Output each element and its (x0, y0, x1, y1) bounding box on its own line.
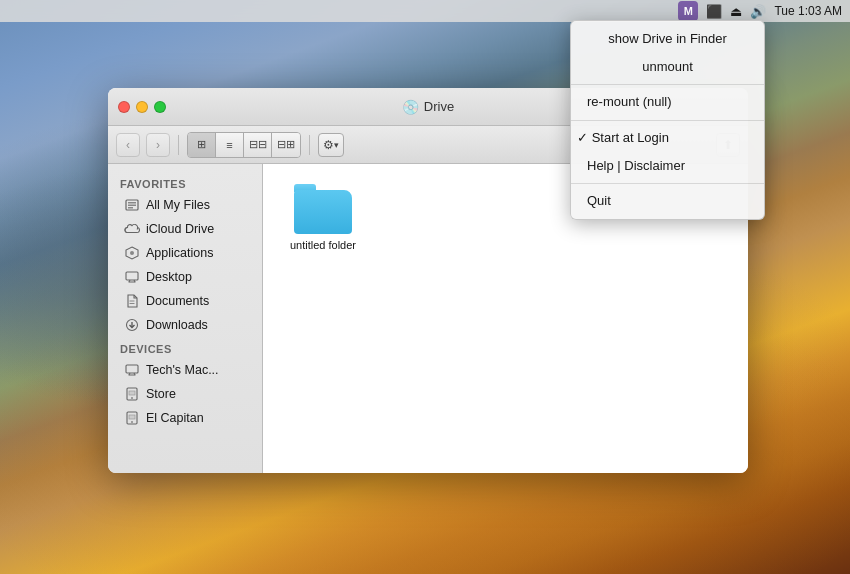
column-view-button[interactable]: ⊟⊟ (244, 133, 272, 157)
sidebar-item-desktop[interactable]: Desktop (112, 265, 258, 289)
documents-label: Documents (146, 294, 209, 308)
traffic-lights (118, 101, 166, 113)
view-options-button[interactable]: ⚙ ▾ (318, 133, 344, 157)
downloads-label: Downloads (146, 318, 208, 332)
svg-rect-1 (128, 202, 136, 204)
folder-label: untitled folder (290, 239, 356, 252)
folder-icon (294, 184, 352, 234)
finder-sidebar: Favorites All My Files iCloud Drive Appl… (108, 164, 263, 473)
separator-2 (571, 120, 764, 121)
forward-button[interactable]: › (146, 133, 170, 157)
chevron-down-icon: ▾ (334, 140, 339, 150)
svg-rect-21 (129, 415, 135, 419)
maximize-button[interactable] (154, 101, 166, 113)
sidebar-item-documents[interactable]: Documents (112, 289, 258, 313)
svg-point-22 (131, 421, 133, 423)
sidebar-item-all-my-files[interactable]: All My Files (112, 193, 258, 217)
back-button[interactable]: ‹ (116, 133, 140, 157)
toolbar-sep-2 (309, 135, 310, 155)
sidebar-item-store[interactable]: Store (112, 382, 258, 406)
untitled-folder-item[interactable]: untitled folder (283, 184, 363, 252)
svg-rect-13 (126, 365, 138, 373)
documents-icon (124, 293, 140, 309)
all-my-files-icon (124, 197, 140, 213)
sidebar-item-downloads[interactable]: Downloads (112, 313, 258, 337)
all-my-files-label: All My Files (146, 198, 210, 212)
svg-rect-18 (129, 391, 135, 395)
desktop-label: Desktop (146, 270, 192, 284)
downloads-icon (124, 317, 140, 333)
context-menu: show Drive in Finder unmount re-mount (n… (570, 20, 765, 220)
view-button-group: ⊞ ≡ ⊟⊟ ⊟⊞ (187, 132, 301, 158)
window-title: 💿 Drive (402, 99, 454, 115)
eject-icon: ⏏ (730, 4, 742, 19)
drive-icon: 💿 (402, 99, 419, 115)
list-view-button[interactable]: ≡ (216, 133, 244, 157)
close-button[interactable] (118, 101, 130, 113)
devices-section-header: Devices (108, 337, 262, 358)
sidebar-item-icloud-drive[interactable]: iCloud Drive (112, 217, 258, 241)
svg-rect-3 (128, 207, 133, 209)
unmount-item[interactable]: unmount (571, 53, 764, 81)
help-disclaimer-item[interactable]: Help | Disclaimer (571, 152, 764, 180)
menubar-right: M ⬛ ⏏ 🔊 Tue 1:03 AM (678, 1, 842, 21)
store-icon (124, 386, 140, 402)
applications-label: Applications (146, 246, 213, 260)
remount-item[interactable]: re-mount (null) (571, 88, 764, 116)
icloud-drive-label: iCloud Drive (146, 222, 214, 236)
cover-flow-button[interactable]: ⊟⊞ (272, 133, 300, 157)
icloud-drive-icon (124, 221, 140, 237)
menubar: M ⬛ ⏏ 🔊 Tue 1:03 AM (0, 0, 850, 22)
svg-rect-2 (128, 205, 136, 207)
separator-1 (571, 84, 764, 85)
sidebar-item-techs-mac[interactable]: Tech's Mac... (112, 358, 258, 382)
applications-icon (124, 245, 140, 261)
quit-item[interactable]: Quit (571, 187, 764, 215)
app-menu-icon[interactable]: M (678, 1, 698, 21)
techs-mac-icon (124, 362, 140, 378)
folder-icon-shape (294, 190, 352, 234)
svg-rect-5 (126, 272, 138, 280)
el-capitan-icon (124, 410, 140, 426)
show-drive-item[interactable]: show Drive in Finder (571, 25, 764, 53)
el-capitan-label: El Capitan (146, 411, 204, 425)
gear-icon: ⚙ (323, 138, 334, 152)
desktop-icon (124, 269, 140, 285)
techs-mac-label: Tech's Mac... (146, 363, 219, 377)
separator-3 (571, 183, 764, 184)
svg-point-19 (131, 397, 133, 399)
icon-view-button[interactable]: ⊞ (188, 133, 216, 157)
toolbar-sep-1 (178, 135, 179, 155)
favorites-section-header: Favorites (108, 172, 262, 193)
airplay-icon: ⬛ (706, 4, 722, 19)
volume-icon: 🔊 (750, 4, 766, 19)
store-label: Store (146, 387, 176, 401)
svg-point-4 (130, 251, 134, 255)
minimize-button[interactable] (136, 101, 148, 113)
sidebar-item-applications[interactable]: Applications (112, 241, 258, 265)
menubar-time: Tue 1:03 AM (774, 4, 842, 18)
sidebar-item-el-capitan[interactable]: El Capitan (112, 406, 258, 430)
start-at-login-item[interactable]: Start at Login (571, 124, 764, 152)
